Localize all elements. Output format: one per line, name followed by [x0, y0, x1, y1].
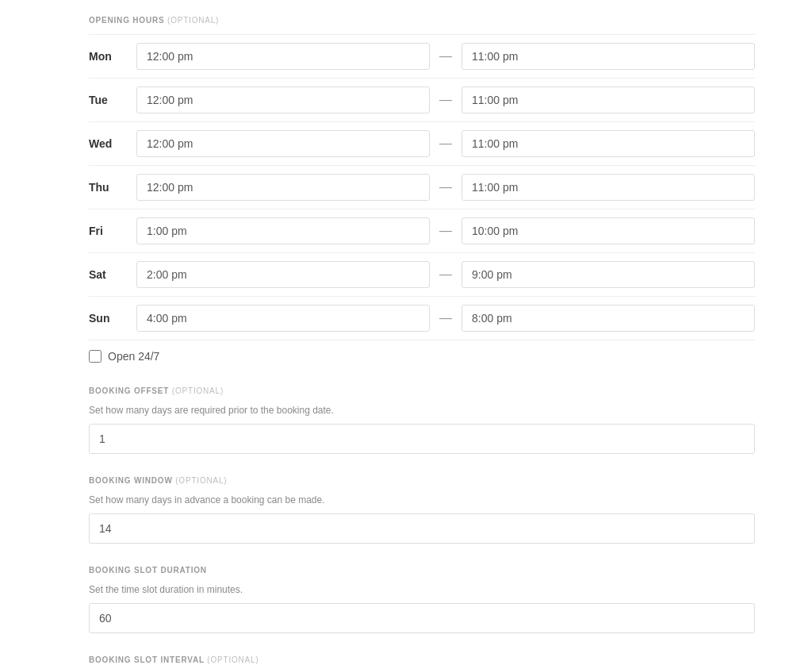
close-time-sat[interactable] — [462, 261, 755, 288]
close-time-mon[interactable] — [462, 43, 755, 70]
open24-row: Open 24/7 — [89, 350, 755, 363]
open-time-sat[interactable] — [136, 261, 430, 288]
close-time-fri[interactable] — [462, 217, 755, 244]
day-label-sun: Sun — [89, 312, 136, 325]
booking-slot-duration-description: Set the time slot duration in minutes. — [89, 584, 755, 595]
open-time-fri[interactable] — [136, 217, 430, 244]
close-time-sun[interactable] — [462, 305, 755, 332]
booking-slot-interval-section: BOOKING SLOT INTERVAL (OPTIONAL) Set the… — [89, 655, 755, 665]
dash-thu: — — [430, 180, 462, 194]
close-time-wed[interactable] — [462, 130, 755, 157]
opening-hours-section: OPENING HOURS (OPTIONAL) Mon — Tue — Wed… — [89, 16, 755, 363]
opening-hours-label: OPENING HOURS (OPTIONAL) — [89, 16, 755, 25]
hours-row-thu: Thu — — [89, 165, 755, 209]
open-time-mon[interactable] — [136, 43, 430, 70]
hours-row-fri: Fri — — [89, 209, 755, 252]
day-label-sat: Sat — [89, 268, 136, 281]
dash-tue: — — [430, 93, 462, 107]
booking-offset-input[interactable] — [89, 424, 755, 454]
close-time-thu[interactable] — [462, 174, 755, 201]
dash-mon: — — [430, 49, 462, 63]
day-label-tue: Tue — [89, 94, 136, 106]
hours-row-mon: Mon — — [89, 34, 755, 78]
day-label-fri: Fri — [89, 225, 136, 237]
booking-window-label: BOOKING WINDOW (OPTIONAL) — [89, 476, 755, 485]
dash-wed: — — [430, 136, 462, 151]
open-time-thu[interactable] — [136, 174, 430, 201]
booking-slot-duration-input[interactable] — [89, 603, 755, 633]
open-time-sun[interactable] — [136, 305, 430, 332]
booking-window-input[interactable] — [89, 513, 755, 544]
booking-offset-description: Set how many days are required prior to … — [89, 405, 755, 416]
booking-slot-interval-label: BOOKING SLOT INTERVAL (OPTIONAL) — [89, 655, 755, 664]
main-container: OPENING HOURS (OPTIONAL) Mon — Tue — Wed… — [25, 0, 787, 665]
booking-offset-label: BOOKING OFFSET (OPTIONAL) — [89, 386, 755, 395]
dash-sat: — — [430, 267, 462, 282]
open-time-wed[interactable] — [136, 130, 430, 157]
open-time-tue[interactable] — [136, 86, 430, 113]
booking-window-section: BOOKING WINDOW (OPTIONAL) Set how many d… — [89, 476, 755, 544]
open24-checkbox[interactable] — [89, 350, 102, 363]
open24-label: Open 24/7 — [108, 350, 159, 363]
dash-sun: — — [430, 311, 462, 325]
booking-offset-section: BOOKING OFFSET (OPTIONAL) Set how many d… — [89, 386, 755, 454]
hours-row-sun: Sun — — [89, 296, 755, 340]
day-label-thu: Thu — [89, 181, 136, 194]
booking-slot-duration-section: BOOKING SLOT DURATION Set the time slot … — [89, 566, 755, 633]
hours-row-wed: Wed — — [89, 121, 755, 165]
hours-row-tue: Tue — — [89, 78, 755, 121]
close-time-tue[interactable] — [462, 86, 755, 113]
booking-slot-duration-label: BOOKING SLOT DURATION — [89, 566, 755, 575]
dash-fri: — — [430, 224, 462, 238]
day-label-wed: Wed — [89, 137, 136, 150]
hours-table: Mon — Tue — Wed — Thu — Fri — Sat — [89, 34, 755, 340]
day-label-mon: Mon — [89, 50, 136, 63]
hours-row-sat: Sat — — [89, 252, 755, 296]
booking-window-description: Set how many days in advance a booking c… — [89, 494, 755, 505]
